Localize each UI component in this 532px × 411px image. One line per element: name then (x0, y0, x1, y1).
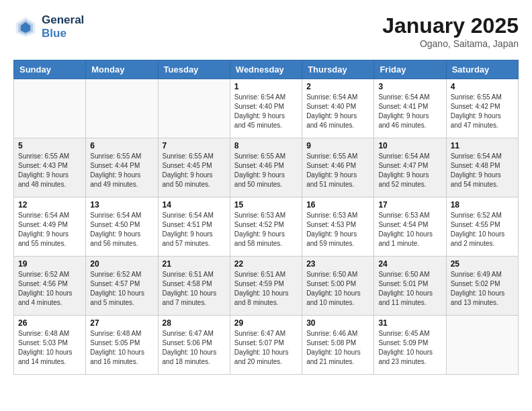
day-number: 31 (378, 318, 441, 328)
day-number: 7 (163, 141, 226, 150)
calendar-day: 19Sunrise: 6:52 AM Sunset: 4:56 PM Dayli… (14, 257, 86, 316)
calendar-day: 23Sunrise: 6:50 AM Sunset: 5:00 PM Dayli… (302, 257, 374, 316)
day-info: Sunrise: 6:53 AM Sunset: 4:54 PM Dayligh… (378, 211, 441, 248)
day-info: Sunrise: 6:53 AM Sunset: 4:52 PM Dayligh… (234, 211, 298, 248)
col-header-friday: Friday (374, 60, 446, 79)
calendar-day: 15Sunrise: 6:53 AM Sunset: 4:52 PM Dayli… (230, 197, 302, 257)
day-number: 9 (306, 141, 369, 150)
calendar-day: 12Sunrise: 6:54 AM Sunset: 4:49 PM Dayli… (14, 197, 86, 257)
calendar-day: 26Sunrise: 6:48 AM Sunset: 5:03 PM Dayli… (14, 316, 86, 375)
col-header-sunday: Sunday (14, 60, 86, 79)
day-info: Sunrise: 6:50 AM Sunset: 5:01 PM Dayligh… (378, 270, 441, 308)
calendar-day: 27Sunrise: 6:48 AM Sunset: 5:05 PM Dayli… (86, 316, 158, 375)
day-info: Sunrise: 6:54 AM Sunset: 4:51 PM Dayligh… (163, 211, 226, 248)
calendar-day: 18Sunrise: 6:52 AM Sunset: 4:55 PM Dayli… (446, 197, 518, 257)
day-info: Sunrise: 6:54 AM Sunset: 4:50 PM Dayligh… (90, 211, 153, 248)
day-info: Sunrise: 6:47 AM Sunset: 5:07 PM Dayligh… (234, 329, 298, 367)
calendar-day: 17Sunrise: 6:53 AM Sunset: 4:54 PM Dayli… (374, 197, 446, 257)
day-number: 13 (90, 200, 153, 210)
calendar-day: 9Sunrise: 6:55 AM Sunset: 4:46 PM Daylig… (302, 138, 374, 197)
day-info: Sunrise: 6:52 AM Sunset: 4:55 PM Dayligh… (451, 211, 514, 248)
day-number: 5 (18, 141, 81, 150)
calendar-day: 6Sunrise: 6:55 AM Sunset: 4:44 PM Daylig… (86, 138, 158, 197)
day-number: 29 (234, 318, 298, 328)
day-info: Sunrise: 6:54 AM Sunset: 4:49 PM Dayligh… (18, 211, 81, 248)
calendar-week-row: 19Sunrise: 6:52 AM Sunset: 4:56 PM Dayli… (14, 257, 519, 316)
calendar-day: 20Sunrise: 6:52 AM Sunset: 4:57 PM Dayli… (86, 257, 158, 316)
calendar-day (158, 79, 230, 138)
day-number: 15 (234, 200, 298, 210)
day-number: 25 (451, 259, 514, 269)
day-info: Sunrise: 6:46 AM Sunset: 5:08 PM Dayligh… (306, 329, 369, 367)
calendar-day: 21Sunrise: 6:51 AM Sunset: 4:58 PM Dayli… (158, 257, 230, 316)
calendar-day: 14Sunrise: 6:54 AM Sunset: 4:51 PM Dayli… (158, 197, 230, 257)
calendar-week-row: 26Sunrise: 6:48 AM Sunset: 5:03 PM Dayli… (14, 316, 519, 375)
day-number: 20 (90, 259, 153, 269)
col-header-monday: Monday (86, 60, 158, 79)
col-header-wednesday: Wednesday (230, 60, 302, 79)
col-header-saturday: Saturday (446, 60, 518, 79)
day-number: 17 (378, 200, 441, 210)
day-info: Sunrise: 6:52 AM Sunset: 4:56 PM Dayligh… (18, 270, 81, 308)
calendar-day: 7Sunrise: 6:55 AM Sunset: 4:45 PM Daylig… (158, 138, 230, 197)
day-info: Sunrise: 6:50 AM Sunset: 5:00 PM Dayligh… (306, 270, 369, 308)
calendar-day (86, 79, 158, 138)
calendar-day: 1Sunrise: 6:54 AM Sunset: 4:40 PM Daylig… (230, 79, 302, 138)
day-number: 8 (234, 141, 298, 150)
day-number: 24 (378, 259, 441, 269)
day-info: Sunrise: 6:54 AM Sunset: 4:47 PM Dayligh… (378, 152, 441, 189)
month-title: January 2025 (382, 13, 519, 38)
day-number: 19 (18, 259, 81, 269)
day-number: 14 (163, 200, 226, 210)
day-info: Sunrise: 6:48 AM Sunset: 5:05 PM Dayligh… (90, 329, 153, 367)
day-info: Sunrise: 6:53 AM Sunset: 4:53 PM Dayligh… (306, 211, 369, 248)
calendar-day: 28Sunrise: 6:47 AM Sunset: 5:06 PM Dayli… (158, 316, 230, 375)
calendar-week-row: 5Sunrise: 6:55 AM Sunset: 4:43 PM Daylig… (14, 138, 519, 197)
calendar-table: SundayMondayTuesdayWednesdayThursdayFrid… (13, 60, 519, 375)
calendar-day: 2Sunrise: 6:54 AM Sunset: 4:40 PM Daylig… (302, 79, 374, 138)
day-number: 16 (306, 200, 369, 210)
day-info: Sunrise: 6:51 AM Sunset: 4:59 PM Dayligh… (234, 270, 298, 308)
calendar-day: 25Sunrise: 6:49 AM Sunset: 5:02 PM Dayli… (446, 257, 518, 316)
calendar-day: 16Sunrise: 6:53 AM Sunset: 4:53 PM Dayli… (302, 197, 374, 257)
day-info: Sunrise: 6:48 AM Sunset: 5:03 PM Dayligh… (18, 329, 81, 367)
day-info: Sunrise: 6:54 AM Sunset: 4:40 PM Dayligh… (234, 93, 298, 130)
day-number: 26 (18, 318, 81, 328)
calendar-day: 29Sunrise: 6:47 AM Sunset: 5:07 PM Dayli… (230, 316, 302, 375)
day-number: 4 (451, 82, 514, 91)
calendar-day (446, 316, 518, 375)
calendar-header-row: SundayMondayTuesdayWednesdayThursdayFrid… (14, 60, 519, 79)
day-info: Sunrise: 6:49 AM Sunset: 5:02 PM Dayligh… (451, 270, 514, 308)
day-number: 27 (90, 318, 153, 328)
location: Ogano, Saitama, Japan (382, 38, 519, 49)
day-info: Sunrise: 6:55 AM Sunset: 4:46 PM Dayligh… (234, 152, 298, 189)
calendar-day: 30Sunrise: 6:46 AM Sunset: 5:08 PM Dayli… (302, 316, 374, 375)
day-info: Sunrise: 6:55 AM Sunset: 4:46 PM Dayligh… (306, 152, 369, 189)
calendar-day: 8Sunrise: 6:55 AM Sunset: 4:46 PM Daylig… (230, 138, 302, 197)
calendar-week-row: 1Sunrise: 6:54 AM Sunset: 4:40 PM Daylig… (14, 79, 519, 138)
day-number: 23 (306, 259, 369, 269)
day-number: 28 (163, 318, 226, 328)
col-header-thursday: Thursday (302, 60, 374, 79)
day-info: Sunrise: 6:45 AM Sunset: 5:09 PM Dayligh… (378, 329, 441, 367)
col-header-tuesday: Tuesday (158, 60, 230, 79)
calendar-day: 4Sunrise: 6:55 AM Sunset: 4:42 PM Daylig… (446, 79, 518, 138)
calendar-day: 24Sunrise: 6:50 AM Sunset: 5:01 PM Dayli… (374, 257, 446, 316)
day-info: Sunrise: 6:55 AM Sunset: 4:45 PM Dayligh… (163, 152, 226, 189)
day-info: Sunrise: 6:54 AM Sunset: 4:41 PM Dayligh… (378, 93, 441, 130)
day-number: 30 (306, 318, 369, 328)
day-info: Sunrise: 6:55 AM Sunset: 4:44 PM Dayligh… (90, 152, 153, 189)
page-header: General Blue January 2025 Ogano, Saitama… (13, 13, 519, 49)
calendar-day: 5Sunrise: 6:55 AM Sunset: 4:43 PM Daylig… (14, 138, 86, 197)
logo-icon (13, 15, 38, 39)
day-number: 18 (451, 200, 514, 210)
calendar-day: 11Sunrise: 6:54 AM Sunset: 4:48 PM Dayli… (446, 138, 518, 197)
calendar-day: 31Sunrise: 6:45 AM Sunset: 5:09 PM Dayli… (374, 316, 446, 375)
day-number: 1 (234, 82, 298, 91)
calendar-day: 13Sunrise: 6:54 AM Sunset: 4:50 PM Dayli… (86, 197, 158, 257)
day-number: 6 (90, 141, 153, 150)
day-number: 22 (234, 259, 298, 269)
title-block: January 2025 Ogano, Saitama, Japan (382, 13, 519, 49)
logo: General Blue (13, 13, 84, 41)
calendar-day: 3Sunrise: 6:54 AM Sunset: 4:41 PM Daylig… (374, 79, 446, 138)
